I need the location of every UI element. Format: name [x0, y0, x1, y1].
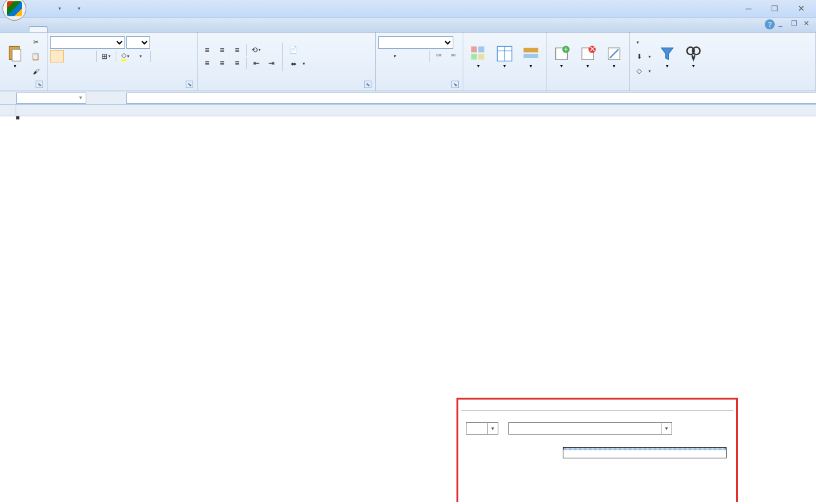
- orientation-button[interactable]: ⟲▼: [249, 44, 263, 56]
- group-cells: + ▼ ✕ ▼ ▼: [547, 33, 630, 91]
- minimize-button[interactable]: ─: [736, 3, 761, 14]
- alignment-dialog-launcher[interactable]: ⬊: [364, 81, 371, 88]
- increase-indent-button[interactable]: ⇥: [264, 57, 278, 69]
- close-button[interactable]: ✕: [788, 3, 813, 14]
- format-painter-button[interactable]: 🖌: [29, 64, 44, 78]
- chevron-down-icon: ▼: [661, 423, 670, 434]
- svg-rect-3: [478, 46, 484, 52]
- copy-icon: 📋: [31, 52, 41, 62]
- doc-restore-icon[interactable]: ❐: [791, 19, 800, 28]
- spreadsheet-grid: ▼ ▼: [0, 105, 816, 502]
- tab-home[interactable]: [29, 26, 48, 32]
- dropdown-option[interactable]: [563, 456, 726, 458]
- phonetic-button[interactable]: [153, 50, 172, 63]
- decrease-decimal-button[interactable]: ⁰⁰: [446, 50, 460, 63]
- sort-icon: [658, 45, 676, 63]
- clear-button[interactable]: ◇ ▼: [632, 64, 653, 78]
- copy-button[interactable]: 📋: [29, 50, 44, 64]
- paste-icon: [6, 45, 24, 63]
- decrease-indent-button[interactable]: ⇤: [249, 57, 263, 69]
- align-top-button[interactable]: ≡: [200, 44, 214, 56]
- group-font: ⊞▼ ◇▼ ▼ ⬊: [48, 33, 198, 91]
- name-box[interactable]: ▼: [16, 93, 86, 104]
- tab-page-layout[interactable]: [65, 27, 83, 32]
- border-button[interactable]: ⊞▼: [99, 50, 113, 63]
- align-center-button[interactable]: ≡: [215, 57, 229, 69]
- format-style-select[interactable]: ▼: [508, 422, 672, 435]
- wrap-text-button[interactable]: 📄: [286, 43, 308, 56]
- save-icon[interactable]: [33, 4, 43, 14]
- align-left-button[interactable]: ≡: [200, 57, 214, 69]
- merge-center-button[interactable]: ⬌ ▼: [286, 57, 308, 71]
- tab-formulas[interactable]: [83, 27, 100, 32]
- svg-text:+: +: [563, 45, 568, 54]
- doc-minimize-icon[interactable]: _: [778, 19, 787, 28]
- find-select-button[interactable]: ▼: [681, 35, 706, 79]
- select-all-corner[interactable]: [0, 105, 16, 116]
- bold-button[interactable]: [50, 50, 64, 63]
- ribbon-tabs: ? _ ❐ ✕: [0, 18, 816, 33]
- font-color-button[interactable]: ▼: [134, 50, 148, 63]
- help-icon[interactable]: ?: [765, 19, 775, 29]
- number-format-select[interactable]: [378, 36, 453, 49]
- number-dialog-launcher[interactable]: ⬊: [451, 81, 459, 88]
- redo-icon[interactable]: [64, 4, 74, 14]
- fill-color-button[interactable]: ◇▼: [119, 50, 133, 63]
- insert-cells-button[interactable]: + ▼: [549, 35, 574, 79]
- group-number: ▼ ⁰⁰ ⁰⁰ ⬊: [376, 33, 463, 91]
- undo-icon[interactable]: [45, 4, 55, 14]
- tab-view[interactable]: [135, 27, 153, 32]
- group-styles: ▼ ▼ ▼: [463, 33, 547, 91]
- group-clipboard: ▼ ✂ 📋 🖌 ⬊: [0, 33, 48, 91]
- tab-data[interactable]: [100, 27, 118, 32]
- duplicate-unique-select[interactable]: ▼: [466, 422, 498, 435]
- percent-button[interactable]: [398, 50, 412, 63]
- sort-filter-button[interactable]: ▼: [655, 35, 680, 79]
- title-bar: ▼ ▼ ─ ☐ ✕: [0, 0, 816, 18]
- doc-close-icon[interactable]: ✕: [803, 19, 812, 28]
- cut-button[interactable]: ✂: [29, 36, 44, 49]
- cond-format-icon: [470, 45, 487, 63]
- tab-review[interactable]: [118, 27, 135, 32]
- svg-rect-4: [471, 54, 476, 59]
- group-editing: ▼ ⬇ ▼ ◇ ▼ ▼ ▼: [630, 33, 816, 91]
- italic-button[interactable]: [65, 50, 79, 63]
- eraser-icon: ◇: [634, 66, 644, 76]
- maximize-button[interactable]: ☐: [762, 3, 787, 14]
- svg-rect-2: [471, 46, 476, 52]
- conditional-format-button[interactable]: ▼: [466, 35, 491, 79]
- svg-rect-5: [478, 54, 484, 59]
- table-icon: [496, 45, 513, 63]
- currency-button[interactable]: [378, 50, 392, 63]
- merge-icon: ⬌: [288, 59, 298, 69]
- format-table-button[interactable]: ▼: [492, 35, 517, 79]
- autosum-button[interactable]: ▼: [632, 36, 653, 49]
- cell-styles-button[interactable]: ▼: [518, 35, 543, 79]
- delete-cells-button[interactable]: ✕ ▼: [575, 35, 600, 79]
- duplicate-values-dialog: ▼ ▼: [461, 400, 733, 443]
- ribbon: ▼ ✂ 📋 🖌 ⬊ ⊞▼: [0, 33, 816, 91]
- clipboard-dialog-launcher[interactable]: ⬊: [36, 81, 43, 88]
- svg-text:✕: ✕: [589, 45, 596, 54]
- paste-button[interactable]: ▼: [3, 35, 28, 79]
- font-name-select[interactable]: [50, 36, 125, 49]
- formula-input[interactable]: [126, 93, 816, 104]
- align-middle-button[interactable]: ≡: [215, 44, 229, 56]
- svg-rect-1: [12, 49, 21, 61]
- shrink-font-button[interactable]: [166, 36, 180, 49]
- svg-rect-9: [523, 48, 538, 53]
- grow-font-button[interactable]: [151, 36, 165, 49]
- underline-button[interactable]: [80, 50, 94, 63]
- tab-insert[interactable]: [48, 27, 65, 32]
- format-cells-button[interactable]: ▼: [602, 35, 627, 79]
- chevron-down-icon: ▼: [487, 423, 496, 434]
- fill-button[interactable]: ⬇ ▼: [632, 50, 653, 64]
- fill-icon: ⬇: [634, 52, 644, 62]
- align-right-button[interactable]: ≡: [230, 57, 244, 69]
- comma-button[interactable]: [413, 50, 426, 63]
- font-size-select[interactable]: [126, 36, 150, 49]
- increase-decimal-button[interactable]: ⁰⁰: [432, 50, 446, 63]
- font-dialog-launcher[interactable]: ⬊: [186, 81, 193, 88]
- wrap-icon: 📄: [288, 44, 298, 54]
- align-bottom-button[interactable]: ≡: [230, 44, 244, 56]
